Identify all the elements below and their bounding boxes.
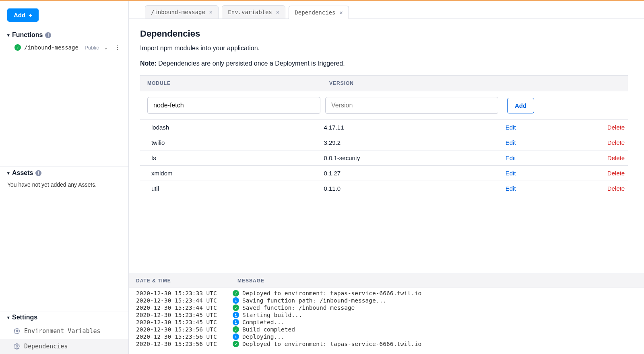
assets-label: Assets xyxy=(12,169,33,177)
kebab-menu-icon[interactable]: ⋮ xyxy=(113,45,122,50)
edit-link[interactable]: Edit xyxy=(506,154,607,161)
log-message: Saving function path: /inbound-message..… xyxy=(242,297,644,304)
info-circle-icon: i xyxy=(233,312,239,318)
dependency-version: 4.17.11 xyxy=(324,124,505,131)
settings-item-label: Dependencies xyxy=(24,343,68,350)
edit-link[interactable]: Edit xyxy=(506,170,607,177)
function-name: /inbound-message xyxy=(24,44,81,51)
svg-point-0 xyxy=(16,330,18,332)
check-circle-icon: ✓ xyxy=(233,305,239,311)
tab[interactable]: Env.variables✕ xyxy=(222,5,285,19)
dependency-row: lodash4.17.11EditDelete xyxy=(140,120,628,135)
log-timestamp: 2020-12-30 15:23:56 UTC xyxy=(129,341,233,347)
tab[interactable]: Dependencies✕ xyxy=(289,6,349,19)
gear-icon xyxy=(14,343,20,350)
dependency-module: lodash xyxy=(140,124,324,131)
page-subtitle: Import npm modules into your application… xyxy=(140,45,628,52)
content: Dependencies Import npm modules into you… xyxy=(129,19,644,274)
delete-link[interactable]: Delete xyxy=(607,185,628,192)
assets-section-header[interactable]: ▾ Assets i xyxy=(0,167,128,179)
tab-label: Dependencies xyxy=(295,9,335,16)
module-input[interactable] xyxy=(147,97,320,114)
caret-down-icon: ▾ xyxy=(7,171,10,176)
close-icon[interactable]: ✕ xyxy=(209,9,213,15)
tab-label: Env.variables xyxy=(228,9,272,15)
dependency-module: twilio xyxy=(140,139,324,146)
page-note: Note: Dependencies are only persisted on… xyxy=(140,60,628,67)
edit-link[interactable]: Edit xyxy=(506,124,607,131)
caret-down-icon: ▾ xyxy=(7,33,10,38)
dependency-version: 0.0.1-security xyxy=(324,154,505,161)
close-icon[interactable]: ✕ xyxy=(276,9,279,15)
chevron-down-icon[interactable]: ⌄ xyxy=(102,45,110,50)
tab-label: /inbound-message xyxy=(151,9,205,15)
delete-link[interactable]: Delete xyxy=(607,124,628,131)
log-timestamp: 2020-12-30 15:23:56 UTC xyxy=(129,333,233,340)
log-timestamp: 2020-12-30 15:23:33 UTC xyxy=(129,290,233,296)
delete-link[interactable]: Delete xyxy=(607,154,628,161)
dependency-row: twilio3.29.2EditDelete xyxy=(140,135,628,150)
dependency-module: util xyxy=(140,185,324,192)
sidebar-settings-item[interactable]: Environment Variables xyxy=(0,323,128,339)
log-row: 2020-12-30 15:23:44 UTCiSaving function … xyxy=(129,297,644,304)
log-message: Starting build... xyxy=(242,312,644,318)
check-circle-icon: ✓ xyxy=(233,290,239,296)
main: /inbound-message✕Env.variables✕Dependenc… xyxy=(129,1,644,354)
edit-link[interactable]: Edit xyxy=(506,139,607,146)
settings-section-header[interactable]: ▾ Settings xyxy=(0,311,128,323)
log-message: Deploying... xyxy=(242,333,644,340)
log-column-message: MESSAGE xyxy=(237,278,644,284)
close-icon[interactable]: ✕ xyxy=(339,9,343,16)
info-circle-icon: i xyxy=(233,333,239,340)
log-timestamp: 2020-12-30 15:23:56 UTC xyxy=(129,326,233,333)
log-timestamp: 2020-12-30 15:23:45 UTC xyxy=(129,312,233,318)
settings-label: Settings xyxy=(12,314,37,321)
version-input[interactable] xyxy=(325,97,498,114)
column-header-version: VERSION xyxy=(325,80,508,86)
delete-link[interactable]: Delete xyxy=(607,139,628,146)
status-success-icon: ✓ xyxy=(14,44,21,51)
log-panel: DATE & TIME MESSAGE 2020-12-30 15:23:33 … xyxy=(129,274,644,354)
edit-link[interactable]: Edit xyxy=(506,185,607,192)
tab[interactable]: /inbound-message✕ xyxy=(145,5,219,19)
dependency-version: 0.1.27 xyxy=(324,170,505,177)
page-title: Dependencies xyxy=(140,29,628,39)
log-header: DATE & TIME MESSAGE xyxy=(129,274,644,288)
log-message: Build completed xyxy=(242,326,644,333)
dependency-version: 3.29.2 xyxy=(324,139,505,146)
functions-section-header[interactable]: ▾ Functions i xyxy=(0,29,128,41)
log-rows: 2020-12-30 15:23:33 UTC✓Deployed to envi… xyxy=(129,288,644,354)
log-row: 2020-12-30 15:23:56 UTC✓Deployed to envi… xyxy=(129,340,644,348)
log-message: Saved function: /inbound-message xyxy=(242,305,644,311)
log-message: Deployed to environment: tapas-service-6… xyxy=(242,341,644,347)
caret-down-icon: ▾ xyxy=(7,315,10,320)
delete-link[interactable]: Delete xyxy=(607,170,628,177)
dependency-row: fs0.0.1-securityEditDelete xyxy=(140,150,628,166)
add-dependency-row: Add xyxy=(140,91,628,120)
log-timestamp: 2020-12-30 15:23:45 UTC xyxy=(129,319,233,325)
sidebar: Add + ▾ Functions i ✓/inbound-messagePub… xyxy=(0,1,129,354)
settings-item-label: Environment Variables xyxy=(24,327,101,335)
note-text: Dependencies are only persisted once a D… xyxy=(157,60,345,67)
dependency-row: xmldom0.1.27EditDelete xyxy=(140,166,628,181)
log-row: 2020-12-30 15:23:56 UTCiDeploying... xyxy=(129,333,644,340)
check-circle-icon: ✓ xyxy=(233,341,239,347)
log-message: Completed... xyxy=(242,319,644,325)
svg-point-1 xyxy=(16,346,18,347)
info-icon: i xyxy=(35,170,41,176)
log-column-date: DATE & TIME xyxy=(129,278,237,284)
info-circle-icon: i xyxy=(233,319,239,325)
dependencies-table-header: MODULE VERSION xyxy=(140,75,628,91)
info-icon: i xyxy=(45,32,51,38)
log-timestamp: 2020-12-30 15:23:44 UTC xyxy=(129,305,233,311)
layout: Add + ▾ Functions i ✓/inbound-messagePub… xyxy=(0,1,644,354)
assets-empty-message: You have not yet added any Assets. xyxy=(0,179,128,190)
column-header-module: MODULE xyxy=(140,80,325,86)
function-visibility: Public xyxy=(85,45,99,51)
log-row: 2020-12-30 15:23:56 UTC✓Build completed xyxy=(129,326,644,333)
sidebar-function-item[interactable]: ✓/inbound-messagePublic⌄⋮ xyxy=(0,41,128,54)
add-button[interactable]: Add + xyxy=(7,8,39,22)
sidebar-settings-item[interactable]: Dependencies xyxy=(0,339,128,354)
add-button-label: Add xyxy=(14,12,25,19)
add-dependency-button[interactable]: Add xyxy=(507,98,534,113)
